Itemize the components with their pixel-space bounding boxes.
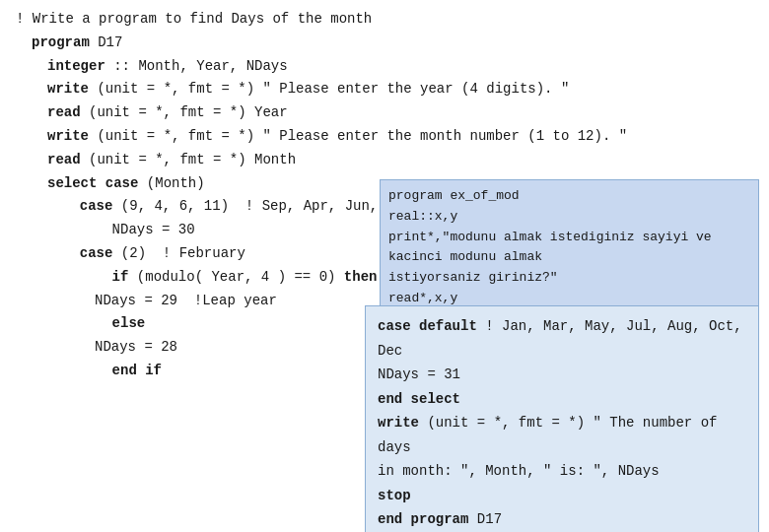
tooltip-line-2: real::x,y (388, 209, 457, 224)
panel-line-2: Dec (378, 343, 402, 359)
panel-line-1: case default ! Jan, Mar, May, Jul, Aug, … (378, 318, 742, 334)
panel-line-7: stop (378, 488, 411, 503)
code-line-3: integer :: Month, Year, NDays (16, 55, 753, 79)
panel-line-6: in month: ", Month, " is: ", NDays (378, 463, 660, 479)
panel-line-5: write (unit = *, fmt = *) " The number o… (378, 415, 717, 455)
panel-line-8: end program D17 (378, 511, 502, 527)
panel-line-3: NDays = 31 (378, 366, 460, 382)
code-line-4: write (unit = *, fmt = *) " Please enter… (16, 78, 753, 101)
tooltip-line-4: istiyorsaniz giriniz?" (388, 270, 558, 285)
code-line-1: ! Write a program to find Days of the mo… (16, 8, 753, 32)
bottom-panel: case default ! Jan, Mar, May, Jul, Aug, … (365, 305, 759, 532)
code-line-6: write (unit = *, fmt = *) " Please enter… (16, 125, 753, 149)
tooltip-line-1: program ex_of_mod (388, 188, 520, 203)
code-line-7: read (unit = *, fmt = *) Month (16, 149, 753, 172)
code-line-2: program D17 (16, 32, 753, 55)
tooltip-line-5: read*,x,y (388, 291, 457, 305)
tooltip-line-3: print*,"modunu almak istediginiz sayiyi … (388, 230, 712, 265)
code-line-5: read (unit = *, fmt = *) Year (16, 101, 753, 125)
panel-line-4: end select (378, 391, 460, 407)
